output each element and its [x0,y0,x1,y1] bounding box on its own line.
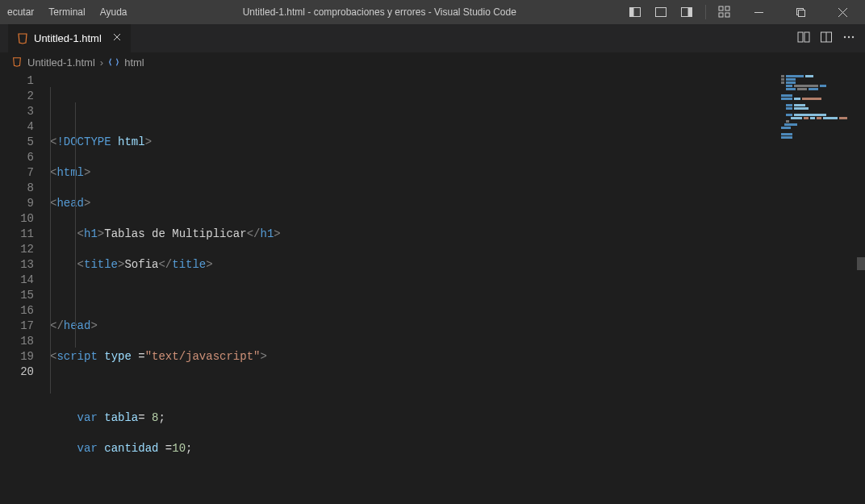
svg-point-21 [844,36,846,38]
scroll-overview-marker [857,257,865,270]
breadcrumb[interactable]: Untitled-1.html › html [0,52,865,72]
svg-rect-12 [798,10,804,16]
svg-point-22 [848,36,850,38]
tag-head-close: head [64,319,91,332]
title-controls [625,0,865,24]
line-number-gutter[interactable]: 12345 678910 1112131415 1617181920 [0,72,50,504]
h1-text: Tablas de Multiplicar [104,227,246,240]
menu-ayuda[interactable]: Ayuda [93,2,135,22]
tabbar: Untitled-1.html [0,24,865,52]
split-editor-icon[interactable] [820,31,833,46]
code-content[interactable]: <!DOCTYPE html> <html> <head> <h1>Tablas… [50,72,865,504]
breadcrumb-symbol[interactable]: html [124,56,144,69]
vertical-scrollbar[interactable] [857,72,865,504]
doctype-token: !DOCTYPE [56,135,111,148]
title-text: Sofia [124,258,158,271]
svg-rect-17 [798,32,803,42]
var-cantidad: cantidad [104,442,158,455]
html-file-icon [16,32,29,45]
editor[interactable]: 12345 678910 1112131415 1617181920 <!DOC… [0,72,865,504]
window-title: Untitled-1.html - comprobaciones y error… [135,6,625,18]
menu-terminal[interactable]: Terminal [41,2,92,22]
tag-title-close: title [172,258,206,271]
tab-untitled-1[interactable]: Untitled-1.html [8,24,132,52]
titlebar: ecutar Terminal Ayuda Untitled-1.html - … [0,0,865,24]
svg-point-23 [852,36,854,38]
svg-rect-18 [804,32,809,42]
minimize-button[interactable] [740,0,777,24]
compare-changes-icon[interactable] [797,31,810,46]
tag-title-open: title [84,258,118,271]
doctype-html: html [118,135,145,148]
attr-type: type [104,350,132,363]
tab-actions [797,24,865,52]
tag-h1-close: h1 [260,227,274,240]
tab-close-icon[interactable] [111,31,123,45]
chevron-right-icon: › [100,56,103,69]
svg-rect-9 [725,13,729,17]
more-actions-icon[interactable] [842,31,855,46]
tab-label: Untitled-1.html [34,32,102,44]
tag-h1-open: h1 [84,227,98,240]
tag-script-open: script [56,350,97,363]
tag-head-open: head [56,197,84,210]
kw-var: var [77,411,98,424]
html-file-icon [11,56,23,68]
svg-rect-6 [719,6,723,10]
svg-rect-5 [688,8,692,17]
customize-layout-icon[interactable] [714,2,735,23]
svg-rect-7 [725,6,729,10]
layout-left-icon[interactable] [625,2,646,23]
svg-rect-3 [656,13,667,17]
num-10: 10 [172,442,186,455]
attr-type-value: "text/javascript" [145,350,261,363]
layout-bottom-icon[interactable] [650,2,671,23]
kw-var-2: var [77,442,98,455]
maximize-button[interactable] [782,0,819,24]
breadcrumb-file[interactable]: Untitled-1.html [27,56,95,69]
separator [705,5,706,19]
minimap[interactable] [776,75,857,148]
var-tabla: tabla [104,411,138,424]
svg-rect-1 [630,8,634,17]
svg-rect-8 [719,13,723,17]
symbol-icon [108,56,119,68]
layout-right-icon[interactable] [676,2,697,23]
menubar: ecutar Terminal Ayuda [0,2,135,22]
menu-ejecutar[interactable]: ecutar [0,2,41,22]
close-button[interactable] [824,0,861,24]
tag-html-open: html [56,166,84,179]
